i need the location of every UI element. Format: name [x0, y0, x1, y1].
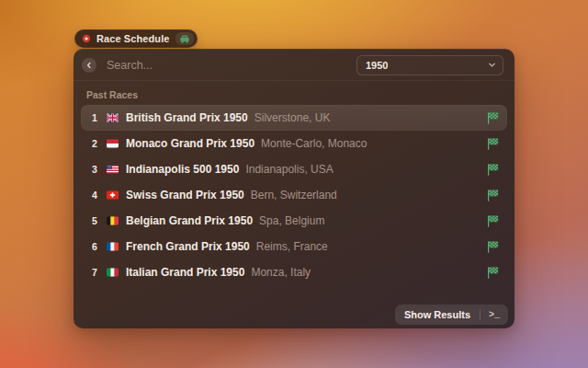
race-name: Monaco Grand Prix 1950	[126, 137, 254, 150]
checkered-flag-icon	[486, 111, 500, 125]
search-bar: 1950	[74, 50, 514, 81]
terminal-button[interactable]: >_	[481, 305, 508, 325]
race-position: 4	[88, 190, 101, 201]
race-location: Spa, Belgium	[259, 214, 324, 227]
panel-footer: Show Results >_	[74, 305, 514, 328]
race-location: Silverstone, UK	[254, 111, 331, 124]
race-row[interactable]: 4 Swiss Grand Prix 1950 Bern, Switzerlan…	[81, 182, 507, 208]
race-position: 7	[88, 267, 101, 278]
country-flag-icon	[107, 268, 119, 277]
country-flag-icon	[107, 139, 119, 148]
race-name: French Grand Prix 1950	[126, 240, 250, 253]
record-icon	[82, 34, 91, 43]
race-row[interactable]: 7 Italian Grand Prix 1950 Monza, Italy	[81, 259, 507, 285]
year-dropdown[interactable]: 1950	[356, 55, 503, 75]
section-title: Past Races	[74, 81, 514, 105]
footer-action-group: Show Results >_	[395, 305, 508, 325]
race-position: 1	[88, 112, 101, 123]
race-location: Reims, France	[256, 240, 328, 253]
race-row[interactable]: 2 Monaco Grand Prix 1950 Monte-Carlo, Mo…	[81, 131, 507, 156]
race-position: 3	[88, 164, 101, 175]
back-button[interactable]	[82, 58, 96, 73]
checkered-flag-icon	[486, 137, 500, 151]
checkered-flag-icon	[486, 240, 500, 254]
race-row[interactable]: 1 British Grand Prix 1950 Silverstone, U…	[81, 105, 507, 131]
race-row[interactable]: 3 Indianapolis 500 1950 Indianapolis, US…	[81, 156, 507, 182]
race-location: Indianapolis, USA	[245, 163, 333, 176]
race-name: Italian Grand Prix 1950	[126, 266, 244, 279]
race-location: Monte-Carlo, Monaco	[261, 137, 367, 150]
race-position: 2	[88, 138, 101, 149]
race-location: Bern, Switzerland	[251, 189, 337, 201]
window-title: Race Schedule	[96, 33, 170, 44]
car-icon	[175, 32, 194, 45]
checkered-flag-icon	[486, 266, 500, 280]
country-flag-icon	[107, 190, 119, 200]
window-title-pill[interactable]: Race Schedule	[74, 29, 198, 48]
race-list: 1 British Grand Prix 1950 Silverstone, U…	[74, 105, 514, 285]
country-flag-icon	[107, 165, 119, 174]
show-results-button[interactable]: Show Results	[395, 305, 480, 325]
race-location: Monza, Italy	[251, 266, 311, 279]
race-row[interactable]: 6 French Grand Prix 1950 Reims, France	[81, 234, 507, 259]
checkered-flag-icon	[486, 163, 500, 177]
race-position: 5	[88, 215, 101, 226]
checkered-flag-icon	[486, 189, 500, 202]
country-flag-icon	[107, 113, 119, 122]
checkered-flag-icon	[486, 214, 500, 228]
country-flag-icon	[107, 242, 119, 251]
race-name: Swiss Grand Prix 1950	[126, 189, 244, 201]
chevron-left-icon	[85, 62, 93, 69]
race-position: 6	[88, 241, 101, 252]
search-input[interactable]	[107, 59, 356, 72]
race-name: Indianapolis 500 1950	[126, 163, 239, 176]
race-row[interactable]: 5 Belgian Grand Prix 1950 Spa, Belgium	[81, 208, 507, 234]
country-flag-icon	[107, 216, 119, 225]
race-name: British Grand Prix 1950	[126, 111, 248, 124]
chevron-down-icon	[488, 61, 496, 69]
race-name: Belgian Grand Prix 1950	[126, 214, 253, 227]
year-dropdown-value: 1950	[366, 60, 388, 71]
race-schedule-panel: 1950 Past Races 1 British Grand Prix 195…	[74, 49, 514, 328]
